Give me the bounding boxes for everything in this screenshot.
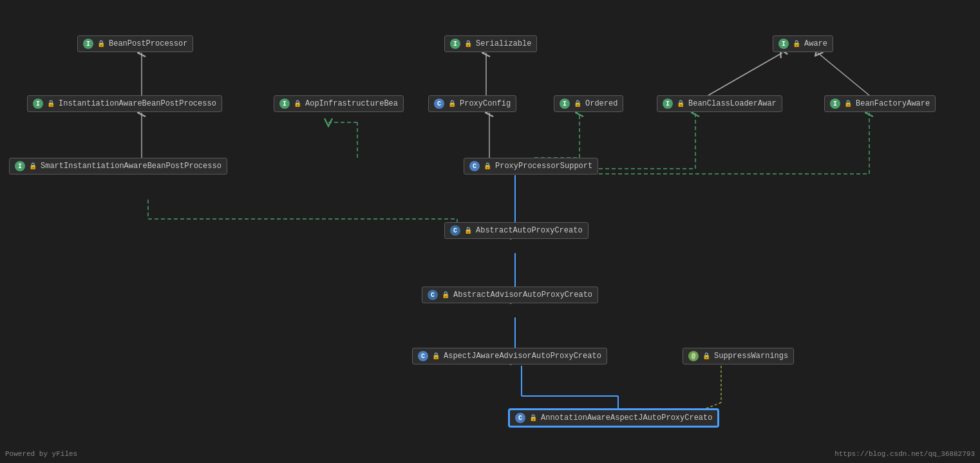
node-label: AspectJAwareAdvisorAutoProxyCreato <box>444 352 601 361</box>
footer-url: https://blog.csdn.net/qq_36882793 <box>834 450 975 458</box>
node-label: AbstractAutoProxyCreato <box>476 226 583 235</box>
node-label: ProxyConfig <box>460 99 511 108</box>
node-icon-c-dark: C <box>428 290 438 300</box>
node-aop-infrastructure[interactable]: I 🔒 AopInfrastructureBea <box>274 95 404 112</box>
node-label: SmartInstantiationAwareBeanPostProcesso <box>41 162 221 171</box>
node-proxy-processor-support[interactable]: C 🔒 ProxyProcessorSupport <box>464 158 598 175</box>
node-icon-c: C <box>434 99 444 109</box>
node-smart-instantiation[interactable]: I 🔒 SmartInstantiationAwareBeanPostProce… <box>9 158 227 175</box>
footer-powered-by: Powered by yFiles <box>5 450 77 458</box>
node-abstract-advisor-auto-proxy[interactable]: C 🔒 AbstractAdvisorAutoProxyCreato <box>422 287 598 303</box>
svg-line-16 <box>818 53 869 95</box>
svg-line-15 <box>708 53 782 95</box>
node-label: InstantiationAwareBeanPostProcesso <box>59 99 216 108</box>
node-beanpostprocessor[interactable]: I 🔒 BeanPostProcessor <box>77 35 193 52</box>
node-bean-classloader-aware[interactable]: I 🔒 BeanClassLoaderAwar <box>657 95 782 112</box>
node-label: Serializable <box>476 39 531 48</box>
node-label: AnnotationAwareAspectJAutoProxyCreato <box>541 413 712 422</box>
node-label: SuppressWarnings <box>714 352 788 361</box>
diagram-canvas: I 🔒 BeanPostProcessor I 🔒 Serializable I… <box>0 0 980 463</box>
node-icon-c: C <box>418 351 428 361</box>
node-icon-i: I <box>560 99 570 109</box>
node-serializable[interactable]: I 🔒 Serializable <box>444 35 537 52</box>
node-icon-i: I <box>778 39 789 49</box>
node-aspectj-aware-advisor[interactable]: C 🔒 AspectJAwareAdvisorAutoProxyCreato <box>412 348 607 364</box>
node-instantiation-aware[interactable]: I 🔒 InstantiationAwareBeanPostProcesso <box>27 95 222 112</box>
node-icon-c: C <box>515 413 525 423</box>
node-label: AbstractAdvisorAutoProxyCreato <box>453 290 592 299</box>
node-icon-g: @ <box>688 351 699 361</box>
node-label: ProxyProcessorSupport <box>495 162 592 171</box>
node-label: BeanFactoryAware <box>856 99 930 108</box>
node-ordered[interactable]: I 🔒 Ordered <box>554 95 623 112</box>
node-icon-c: C <box>469 161 480 171</box>
node-icon-i: I <box>663 99 673 109</box>
node-icon-i: I <box>450 39 460 49</box>
node-label: BeanPostProcessor <box>109 39 187 48</box>
node-annotation-aware-aspectj[interactable]: C 🔒 AnnotationAwareAspectJAutoProxyCreat… <box>509 409 719 427</box>
node-suppress-warnings[interactable]: @ 🔒 SuppressWarnings <box>683 348 794 364</box>
node-icon-i: I <box>830 99 840 109</box>
node-abstract-auto-proxy-creator[interactable]: C 🔒 AbstractAutoProxyCreato <box>444 222 589 239</box>
node-label: BeanClassLoaderAwar <box>688 99 777 108</box>
node-icon-i: I <box>15 161 25 171</box>
node-label: AopInfrastructureBea <box>305 99 398 108</box>
node-bean-factory-aware[interactable]: I 🔒 BeanFactoryAware <box>824 95 936 112</box>
node-icon-i: I <box>279 99 290 109</box>
node-aware[interactable]: I 🔒 Aware <box>773 35 833 52</box>
node-label: Ordered <box>585 99 617 108</box>
node-label: Aware <box>804 39 827 48</box>
node-icon-i: I <box>83 39 93 49</box>
node-icon-i: I <box>33 99 43 109</box>
node-icon-c-dark: C <box>450 225 460 236</box>
node-proxy-config[interactable]: C 🔒 ProxyConfig <box>428 95 516 112</box>
